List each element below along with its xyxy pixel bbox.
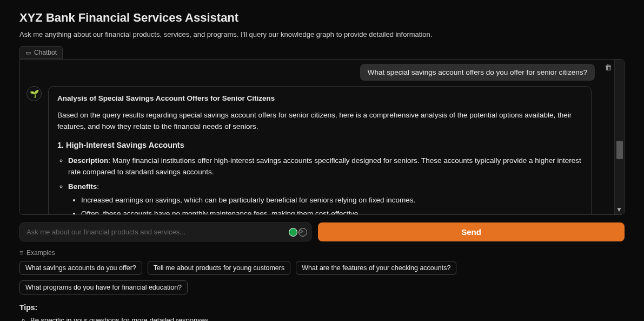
- list-icon: ≡: [19, 249, 23, 257]
- send-button[interactable]: Send: [318, 222, 625, 241]
- bot-benefit-1: Increased earnings on savings, which can…: [81, 195, 582, 206]
- chat-scroll-area[interactable]: 🗑 What special savings account offers do…: [20, 60, 614, 214]
- bot-msg-title: Analysis of Special Savings Account Offe…: [57, 93, 582, 104]
- scroll-down-icon[interactable]: ▼: [616, 206, 622, 213]
- bot-desc-item: Description: Many financial institutions…: [68, 155, 582, 178]
- bot-benefit-2: Often, these accounts have no monthly ma…: [81, 208, 582, 214]
- bot-benefits-item: Benefits: Increased earnings on savings,…: [68, 181, 582, 214]
- example-chip-2[interactable]: What are the features of your checking a…: [296, 261, 456, 275]
- mic-icon[interactable]: [289, 228, 297, 237]
- user-message: What special savings account offers do y…: [360, 64, 595, 81]
- tips-title: Tips:: [19, 303, 625, 312]
- message-input[interactable]: [19, 222, 311, 241]
- chat-icon: ▭: [25, 49, 31, 56]
- bot-msg-intro: Based on the query results regarding spe…: [57, 110, 582, 133]
- examples-header: ≡ Examples: [19, 249, 625, 257]
- bot-avatar: 🌱: [26, 86, 42, 101]
- clear-chat-icon[interactable]: 🗑: [605, 63, 612, 71]
- retry-icon[interactable]: ⟳: [298, 228, 307, 237]
- example-chip-1[interactable]: Tell me about products for young custome…: [148, 261, 290, 275]
- bot-message: Analysis of Special Savings Account Offe…: [48, 86, 592, 214]
- page-title: XYZ Bank Financial Services Assistant: [19, 11, 625, 25]
- page-subtitle: Ask me anything about our financial prod…: [19, 30, 625, 38]
- example-chip-0[interactable]: What savings accounts do you offer?: [19, 261, 142, 275]
- scrollbar-thumb[interactable]: [616, 141, 623, 159]
- chat-container: 🗑 What special savings account offers do…: [19, 59, 625, 215]
- bot-section-1-heading: 1. High-Interest Savings Accounts: [57, 139, 582, 151]
- tip-item-0: Be specific in your questions for more d…: [30, 315, 625, 321]
- chatbot-tab-label: Chatbot: [34, 49, 57, 56]
- scrollbar[interactable]: ▼: [614, 60, 624, 214]
- example-chip-3[interactable]: What programs do you have for financial …: [19, 280, 188, 294]
- chatbot-tab[interactable]: ▭ Chatbot: [19, 46, 63, 59]
- input-toolbar: ⟳: [289, 228, 307, 237]
